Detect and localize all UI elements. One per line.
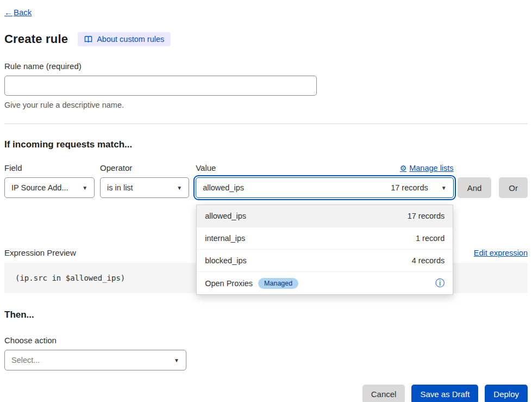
gear-icon: ⚙: [400, 164, 407, 172]
manage-lists-label: Manage lists: [409, 164, 453, 172]
back-link[interactable]: ← Back: [4, 8, 32, 17]
list-item-records: 1 record: [416, 234, 445, 243]
operator-label: Operator: [100, 163, 189, 172]
about-custom-rules-badge[interactable]: About custom rules: [78, 32, 171, 46]
list-item-allowed-ips[interactable]: allowed_ips 17 records: [197, 205, 453, 227]
title-row: Create rule About custom rules: [4, 32, 528, 46]
rule-name-input[interactable]: [4, 76, 317, 96]
operator-column: Operator is in list ▼: [100, 163, 189, 198]
value-combobox-value: allowed_ips: [203, 183, 244, 192]
footer-actions: Cancel Save as Draft Deploy: [4, 385, 528, 402]
list-item-records: 17 records: [408, 212, 445, 220]
about-badge-label: About custom rules: [97, 35, 164, 44]
save-as-draft-button[interactable]: Save as Draft: [411, 385, 478, 402]
operator-select-value: is in list: [107, 183, 133, 192]
field-column: Field IP Source Add... ▼: [4, 163, 95, 198]
then-section-heading: Then...: [4, 310, 528, 320]
action-select[interactable]: Select... ▼: [4, 350, 186, 370]
value-records-count: 17 records: [391, 183, 428, 192]
value-combobox[interactable]: allowed_ips 17 records ▼: [196, 177, 453, 198]
chevron-down-icon: ▼: [168, 357, 179, 363]
and-button[interactable]: And: [458, 177, 492, 198]
value-label-row: Value ⚙ Manage lists: [196, 163, 453, 172]
list-item-name: allowed_ips: [205, 212, 246, 220]
manage-lists-link[interactable]: ⚙ Manage lists: [400, 164, 454, 172]
info-icon[interactable]: ⓘ: [435, 279, 445, 288]
chevron-down-icon: ▼: [77, 185, 87, 191]
chevron-down-icon: ▼: [171, 185, 182, 191]
book-icon: [84, 35, 92, 43]
list-item-internal-ips[interactable]: internal_ips 1 record: [197, 227, 453, 250]
cancel-button[interactable]: Cancel: [362, 385, 405, 402]
list-item-open-proxies[interactable]: Open Proxies Managed ⓘ: [197, 272, 453, 294]
chevron-down-icon: ▼: [436, 185, 447, 191]
value-dropdown-menu: allowed_ips 17 records internal_ips 1 re…: [196, 205, 453, 295]
divider: [4, 123, 528, 124]
or-button[interactable]: Or: [499, 177, 528, 198]
match-section-heading: If incoming requests match...: [4, 139, 528, 150]
back-arrow-icon: ←: [4, 8, 12, 17]
match-row: Field IP Source Add... ▼ Operator is in …: [4, 163, 528, 198]
choose-action-label: Choose action: [4, 336, 528, 345]
list-item-blocked-ips[interactable]: blocked_ips 4 records: [197, 250, 453, 272]
managed-badge: Managed: [258, 278, 298, 289]
create-rule-page: ← Back Create rule About custom rules Ru…: [0, 0, 532, 402]
value-label: Value: [196, 163, 216, 172]
list-item-records: 4 records: [412, 256, 445, 265]
rule-name-helper: Give your rule a descriptive name.: [4, 101, 528, 109]
field-select-value: IP Source Add...: [11, 183, 68, 192]
field-label: Field: [4, 163, 95, 172]
list-item-name: internal_ips: [205, 234, 245, 243]
field-select[interactable]: IP Source Add... ▼: [4, 177, 95, 198]
page-title: Create rule: [4, 32, 68, 46]
edit-expression-link[interactable]: Edit expression: [474, 249, 528, 257]
list-item-name: Open Proxies: [205, 279, 253, 288]
list-item-name: blocked_ips: [205, 256, 247, 265]
action-select-placeholder: Select...: [11, 356, 40, 364]
expression-preview-label: Expression Preview: [4, 248, 76, 257]
operator-select[interactable]: is in list ▼: [100, 177, 189, 198]
value-column: Value ⚙ Manage lists allowed_ips 17 reco…: [196, 163, 453, 198]
deploy-button[interactable]: Deploy: [485, 385, 528, 402]
rule-name-label: Rule name (required): [4, 61, 528, 71]
back-label: Back: [14, 8, 32, 17]
